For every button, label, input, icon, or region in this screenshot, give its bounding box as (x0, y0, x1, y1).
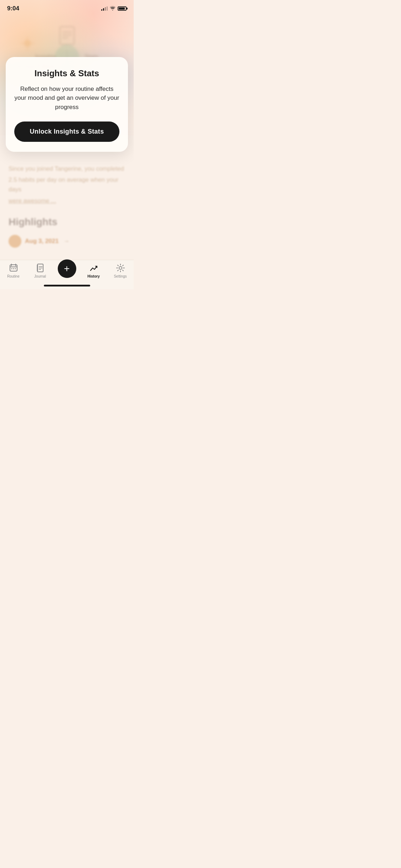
routine-label: Routine (7, 274, 19, 278)
highlight-row: Aug 3, 2021 → (9, 235, 125, 248)
routine-icon (9, 263, 19, 273)
history-label: History (87, 274, 99, 278)
status-icons (101, 6, 127, 11)
status-time: 9:04 (7, 5, 19, 12)
unlock-button[interactable]: Unlock Insights & Stats (14, 122, 119, 142)
tab-add[interactable]: + (53, 263, 80, 278)
settings-icon (115, 263, 125, 273)
journal-label: Journal (34, 274, 46, 278)
stats-line1: Since you joined Tangerine, you complete… (9, 164, 125, 174)
stats-line2: 2.5 habits per day on average when your … (9, 175, 125, 194)
highlights-title: Highlights (9, 216, 125, 228)
journal-icon (35, 263, 45, 273)
highlight-date: Aug 3, 2021 (25, 238, 59, 245)
battery-icon (118, 6, 127, 11)
add-plus-icon: + (64, 264, 70, 274)
insights-stats-modal: Insights & Stats Reflect on how your rou… (6, 57, 128, 152)
svg-rect-19 (37, 265, 38, 271)
stats-line3: were awesome ... (9, 196, 125, 206)
tab-routine[interactable]: Routine (0, 263, 27, 278)
highlights-section: Highlights Aug 3, 2021 → (9, 216, 125, 248)
add-circle: + (58, 259, 76, 278)
wifi-icon (110, 6, 115, 11)
home-indicator (44, 285, 90, 286)
modal-title: Insights & Stats (14, 68, 119, 79)
svg-point-17 (15, 268, 16, 269)
tab-journal[interactable]: Journal (27, 263, 53, 278)
svg-point-16 (13, 268, 14, 269)
tab-settings[interactable]: Settings (107, 263, 134, 278)
highlight-arrow: → (64, 238, 70, 244)
settings-label: Settings (114, 274, 127, 278)
tab-history[interactable]: History (80, 263, 107, 278)
svg-point-23 (119, 267, 122, 269)
highlight-circle (9, 235, 21, 248)
stats-blurb: Since you joined Tangerine, you complete… (9, 164, 125, 206)
history-icon (89, 263, 99, 273)
svg-point-15 (11, 268, 12, 269)
status-bar: 9:04 (0, 0, 134, 14)
signal-icon (101, 6, 108, 11)
modal-description: Reflect on how your routine affects your… (14, 84, 119, 112)
lower-blurred-content: Since you joined Tangerine, you complete… (0, 164, 134, 261)
